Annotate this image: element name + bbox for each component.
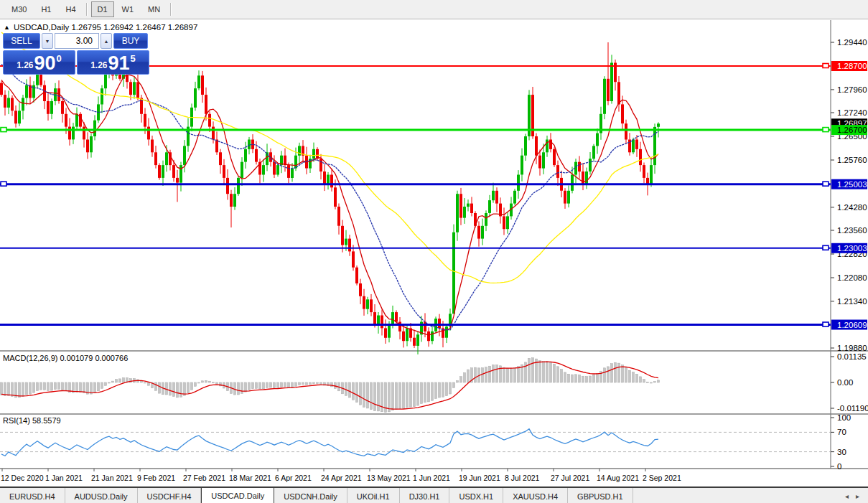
lot-increase-button[interactable]: ▲ xyxy=(101,33,112,49)
buy-price-sup: 5 xyxy=(131,53,136,64)
timeframe-button-m30[interactable]: M30 xyxy=(5,1,33,17)
macd-tick-label: 0.01135 xyxy=(837,352,867,361)
date-tick-label: 14 Aug 2021 xyxy=(597,474,639,482)
date-tick-label: 6 Apr 2021 xyxy=(275,474,312,482)
timeframe-button-w1[interactable]: W1 xyxy=(116,1,141,17)
chart-canvas[interactable]: 1.294401.279601.272401.265001.257601.242… xyxy=(0,20,868,486)
date-tick-label: 8 Jul 2021 xyxy=(505,474,540,482)
date-tick-label: 2 Sep 2021 xyxy=(643,474,681,482)
sell-price-sup: 0 xyxy=(57,53,62,64)
chart-tab-usdx-h1[interactable]: USDX.H1 xyxy=(449,488,503,503)
timeframe-toolbar: M30H1H4D1W1MN xyxy=(0,0,868,19)
sell-price-big: 90 xyxy=(34,54,56,72)
sell-price-prefix: 1.26 xyxy=(17,60,33,70)
chart-tab-ukoil-h1[interactable]: UKOil.H1 xyxy=(347,488,400,503)
rsi-tick-label: 0 xyxy=(837,462,841,471)
price-tick-label: 1.23560 xyxy=(837,226,867,235)
chart-tab-audusd-daily[interactable]: AUDUSD.Daily xyxy=(65,488,138,503)
date-tick-label: 1 Jun 2021 xyxy=(413,474,450,482)
sell-button[interactable]: SELL xyxy=(3,33,40,49)
price-tick-label: 1.27960 xyxy=(837,85,867,94)
price-tick-label: 1.24280 xyxy=(837,203,867,212)
date-tick-label: 9 Feb 2021 xyxy=(137,474,175,482)
lot-decrease-button[interactable]: ▼ xyxy=(42,33,53,49)
chart-tab-xauusd-h4[interactable]: XAUUSD.H4 xyxy=(503,488,568,503)
timeframe-button-d1[interactable]: D1 xyxy=(91,1,114,17)
date-tick-label: 13 May 2021 xyxy=(367,474,411,482)
price-tick-label: 1.25760 xyxy=(837,156,867,164)
price-tick-label: 1.29440 xyxy=(837,38,867,47)
timeframe-button-h4[interactable]: H4 xyxy=(59,1,82,17)
timeframe-button-mn[interactable]: MN xyxy=(141,1,167,17)
date-tick-label: 21 Jan 2021 xyxy=(91,474,133,482)
price-badge: 1.23003 xyxy=(837,244,867,253)
rsi-tick-label: 30 xyxy=(837,448,846,456)
macd-tick-label: -0.011904 xyxy=(837,404,868,413)
date-tick-label: 19 Jun 2021 xyxy=(459,474,500,482)
buy-price-prefix: 1.26 xyxy=(90,60,107,70)
date-tick-label: 24 Apr 2021 xyxy=(321,474,362,482)
date-tick-label: 18 Mar 2021 xyxy=(229,474,271,482)
chart-title: ▲ USDCAD,Daily 1.26795 1.26942 1.26467 1… xyxy=(4,23,197,32)
macd-tick-label: 0.00 xyxy=(837,378,853,387)
symbol-marker-icon: ▲ xyxy=(4,24,10,31)
price-badge: 1.26700 xyxy=(837,126,867,134)
toolbar-divider xyxy=(170,3,172,16)
lot-size-input[interactable]: 3.00 xyxy=(55,33,99,49)
tab-scroll-arrows: ◂▸ xyxy=(845,488,868,503)
buy-price-big: 91 xyxy=(108,54,130,72)
price-badge: 1.20609 xyxy=(837,321,867,329)
sell-price-button[interactable]: 1.26 90 0 xyxy=(3,50,75,75)
chart-tab-usdcnh-daily[interactable]: USDCNH.Daily xyxy=(274,488,347,503)
date-tick-label: 27 Jul 2021 xyxy=(551,474,589,482)
price-tick-label: 1.27240 xyxy=(837,108,867,117)
price-tick-label: 1.21340 xyxy=(837,297,867,306)
rsi-tick-label: 70 xyxy=(837,428,846,436)
buy-price-button[interactable]: 1.26 91 5 xyxy=(77,50,149,75)
one-click-trade-panel: SELL ▼ 3.00 ▲ BUY 1.26 90 0 1.26 91 5 xyxy=(3,33,151,75)
symbol-tabbar: EURUSD.H4AUDUSD.DailyUSDCHF.H4USDCAD.Dai… xyxy=(0,486,868,503)
tab-scroll-left-icon[interactable]: ◂ xyxy=(845,492,849,500)
timeframe-button-h1[interactable]: H1 xyxy=(34,1,57,17)
toolbar-divider xyxy=(86,3,88,16)
chart-tab-eurusd-h4[interactable]: EURUSD.H4 xyxy=(0,488,65,503)
rsi-label: RSI(14) 58.5579 xyxy=(3,416,61,425)
date-tick-label: 27 Feb 2021 xyxy=(183,474,225,482)
chart-tab-gbpusd-h1[interactable]: GBPUSD.H1 xyxy=(568,488,633,503)
price-tick-label: 1.22080 xyxy=(837,273,867,282)
price-tick-label: 1.19880 xyxy=(837,344,867,352)
date-tick-label: 1 Jan 2021 xyxy=(45,474,83,482)
chart-tab-dj30-h1[interactable]: DJ30.H1 xyxy=(400,488,450,503)
mt4-window: { "colors":{"bull":"#00b800","bear":"#ee… xyxy=(0,0,868,503)
macd-label: MACD(12,26,9) 0.001079 0.000766 xyxy=(3,354,128,362)
tab-scroll-right-icon[interactable]: ▸ xyxy=(856,492,859,500)
rsi-tick-label: 100 xyxy=(837,413,851,422)
price-badge: 1.25003 xyxy=(837,180,867,189)
date-tick-label: 12 Dec 2020 xyxy=(1,474,44,482)
chart-tab-usdchf-h4[interactable]: USDCHF.H4 xyxy=(138,488,202,503)
price-badge: 1.28700 xyxy=(837,62,867,70)
chart-title-text: USDCAD,Daily 1.26795 1.26942 1.26467 1.2… xyxy=(14,23,197,32)
chart-tab-usdcad-daily[interactable]: USDCAD.Daily xyxy=(201,486,274,503)
buy-button[interactable]: BUY xyxy=(113,33,148,49)
